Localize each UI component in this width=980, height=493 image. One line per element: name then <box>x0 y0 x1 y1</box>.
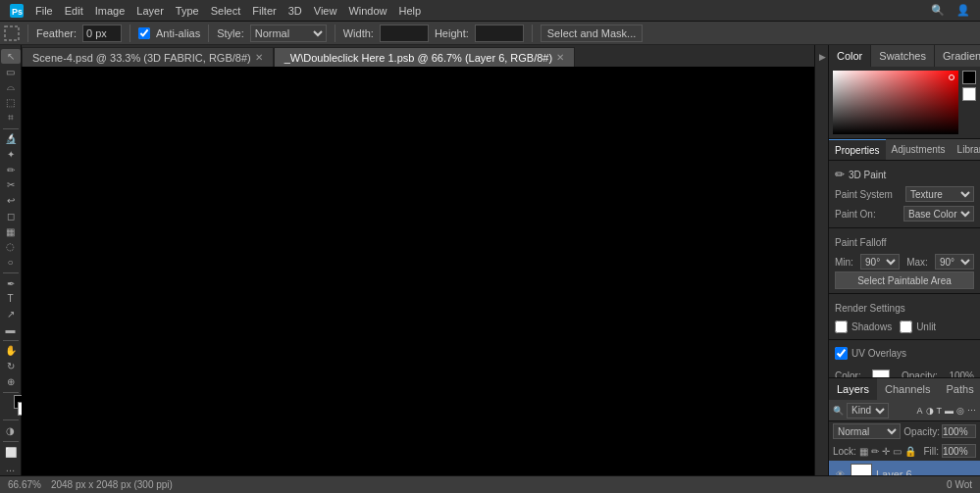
tool-quick-mask[interactable]: ◑ <box>1 423 21 438</box>
layer-type-icon[interactable]: A <box>916 406 922 416</box>
tool-lasso[interactable]: ⌓ <box>1 79 21 94</box>
tool-select-rect[interactable]: ▭ <box>1 65 21 79</box>
uv-color-swatch[interactable] <box>872 370 890 377</box>
width-input[interactable] <box>380 25 429 42</box>
uv-opacity-label: Opacity: <box>902 370 938 378</box>
tool-icon <box>4 25 20 41</box>
tool-shape[interactable]: ▬ <box>1 322 21 337</box>
menu-file[interactable]: File <box>29 0 59 22</box>
uv-color-label: Color: <box>835 370 861 378</box>
select-paintable-area-button[interactable]: Select Paintable Area <box>835 271 974 289</box>
canvas-content[interactable] <box>22 67 814 475</box>
uv-overlays-checkbox[interactable] <box>835 347 848 360</box>
tool-pen[interactable]: ✒ <box>1 276 21 291</box>
unlit-checkbox[interactable] <box>900 320 912 333</box>
menu-view[interactable]: View <box>308 0 343 22</box>
canvas-tab-scene[interactable]: Scene-4.psd @ 33.3% (3D FABRIC, RGB/8#) … <box>22 47 274 67</box>
layer-smart-icon[interactable]: ◎ <box>956 406 964 416</box>
paint-system-select[interactable]: Texture <box>905 186 974 202</box>
paint-on-select[interactable]: Base Color <box>903 206 974 222</box>
color-panel-tabs: Color Swatches Gradients Patterns ≡ <box>829 45 980 67</box>
prop-tab-adjustments[interactable]: Adjustments <box>886 139 952 160</box>
bg-color-swatch[interactable] <box>962 87 976 101</box>
lock-image-icon[interactable]: ✏ <box>871 446 879 457</box>
lock-transparent-icon[interactable]: ▦ <box>859 446 868 457</box>
tool-brush[interactable]: ✏ <box>1 163 21 177</box>
tool-text[interactable]: T <box>1 291 21 306</box>
menu-help[interactable]: Help <box>393 0 428 22</box>
max-select[interactable]: 90° <box>935 254 974 270</box>
account-btn[interactable]: 👤 <box>951 0 976 22</box>
gradients-tab[interactable]: Gradients <box>935 45 980 67</box>
lock-all-icon[interactable]: 🔒 <box>904 446 916 457</box>
tool-screen-mode[interactable]: ⬜ <box>1 445 21 460</box>
layers-lock-row: Lock: ▦ ✏ ✛ ▭ 🔒 Fill: <box>829 441 980 461</box>
canvas-area: Scene-4.psd @ 33.3% (3D FABRIC, RGB/8#) … <box>22 45 814 475</box>
layers-tab-channels[interactable]: Channels <box>877 378 938 400</box>
tool-object-select[interactable]: ⬚ <box>1 95 21 110</box>
tab-close-scene[interactable]: ✕ <box>255 52 263 63</box>
paint-on-label: Paint On: <box>835 209 876 220</box>
style-select[interactable]: Normal Fixed Ratio Fixed Size <box>250 25 327 42</box>
fill-input[interactable] <box>942 444 976 458</box>
tool-blur[interactable]: ◌ <box>1 240 21 255</box>
tool-spot-heal[interactable]: ✦ <box>1 147 21 162</box>
paint-label: 3D Paint <box>849 170 886 180</box>
shadows-checkbox[interactable] <box>835 320 848 333</box>
select-mask-button[interactable]: Select and Mask... <box>541 25 644 42</box>
falloff-section: Paint Falloff Min: 90° Max: 90° Select P… <box>829 228 980 294</box>
color-tab[interactable]: Color <box>829 45 871 67</box>
tool-eyedropper[interactable]: 🔬 <box>1 131 21 146</box>
layers-tab-layers[interactable]: Layers <box>829 378 877 400</box>
layers-tab-paths[interactable]: Paths <box>939 378 980 400</box>
menu-3d[interactable]: 3D <box>283 0 308 22</box>
menu-select[interactable]: Select <box>205 0 247 22</box>
tool-stamp[interactable]: ✂ <box>1 178 21 193</box>
blend-mode-select[interactable]: Normal <box>833 423 901 439</box>
prop-tab-properties[interactable]: Properties <box>829 139 886 160</box>
layer-adj-icon[interactable]: ◑ <box>926 406 934 416</box>
swatches-tab[interactable]: Swatches <box>871 45 935 67</box>
menu-type[interactable]: Type <box>170 0 205 22</box>
canvas-tab-layer[interactable]: _W\Doubleclick Here 1.psb @ 66.7% (Layer… <box>274 47 575 67</box>
search-btn[interactable]: 🔍 <box>925 0 951 22</box>
layer-item[interactable]: 👁 Layer 6 <box>829 461 980 475</box>
tool-history-brush[interactable]: ↩ <box>1 193 21 208</box>
tool-rotate-view[interactable]: ↻ <box>1 359 21 373</box>
falloff-values: Min: 90° Max: 90° <box>835 252 974 271</box>
tool-dodge[interactable]: ○ <box>1 255 21 270</box>
tool-hand[interactable]: ✋ <box>1 343 21 358</box>
menu-image[interactable]: Image <box>89 0 131 22</box>
collapse-icon[interactable]: ▶ <box>817 49 827 65</box>
tool-extra[interactable]: … <box>1 461 21 475</box>
tool-crop[interactable]: ⌗ <box>1 111 21 125</box>
menu-ps[interactable]: Ps <box>4 0 29 22</box>
layer-shape-icon[interactable]: ▬ <box>945 406 954 416</box>
menu-filter[interactable]: Filter <box>246 0 282 22</box>
lock-artboard-icon[interactable]: ▭ <box>893 446 902 457</box>
kind-select[interactable]: Kind <box>847 403 889 419</box>
anti-alias-checkbox[interactable] <box>138 27 150 39</box>
feather-input[interactable] <box>82 25 122 42</box>
menu-edit[interactable]: Edit <box>59 0 89 22</box>
min-select[interactable]: 90° <box>860 254 900 270</box>
lock-position-icon[interactable]: ✛ <box>882 446 890 457</box>
tab-close-layer[interactable]: ✕ <box>556 52 564 63</box>
tool-path-select[interactable]: ↗ <box>1 307 21 321</box>
layer-visibility-icon[interactable]: 👁 <box>833 468 847 476</box>
menu-layer[interactable]: Layer <box>130 0 170 22</box>
tool-eraser[interactable]: ◻ <box>1 209 21 223</box>
tool-move[interactable]: ↖ <box>1 49 21 64</box>
fg-color-swatch[interactable] <box>962 71 976 84</box>
opacity-input[interactable] <box>942 424 976 438</box>
layer-text-icon[interactable]: T <box>937 406 943 416</box>
layer-more-icon[interactable]: ⋯ <box>967 406 976 416</box>
tool-zoom[interactable]: ⊕ <box>1 374 21 389</box>
tool-gradient[interactable]: ▦ <box>1 224 21 239</box>
paint-system-label: Paint System <box>835 189 893 200</box>
paint-header-row: ✏ 3D Paint <box>835 165 974 184</box>
prop-tab-libraries[interactable]: Libraries <box>952 139 980 160</box>
menu-window[interactable]: Window <box>342 0 392 22</box>
color-spectrum[interactable] <box>833 71 958 134</box>
height-input[interactable] <box>475 25 524 42</box>
